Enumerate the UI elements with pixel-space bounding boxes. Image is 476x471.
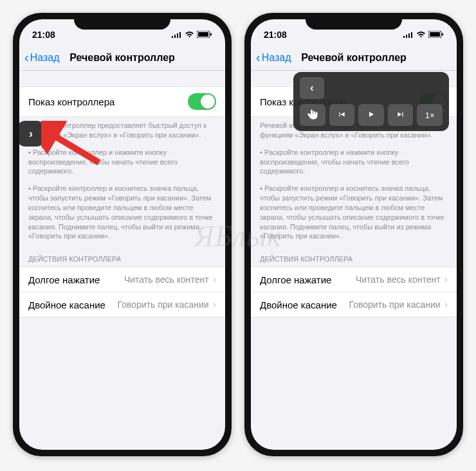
chevron-right-icon: › — [444, 274, 448, 285]
play-icon — [367, 110, 376, 121]
status-icons — [172, 30, 212, 40]
finger-button[interactable] — [300, 104, 325, 126]
chevron-right-icon: › — [213, 299, 216, 310]
svg-rect-2 — [177, 33, 178, 38]
skip-back-icon — [337, 110, 346, 121]
toggle-label: Показ контроллера — [28, 96, 114, 107]
nav-bar: ‹ Назад Речевой контроллер — [19, 45, 225, 71]
explain-text-3: • Раскройте контроллер и коснитесь значк… — [19, 180, 225, 245]
row-value: Говорить при касании — [118, 299, 209, 310]
toggle-row[interactable]: Показ контроллера — [19, 86, 225, 117]
phone-right: 21:08 ‹ Назад Речевой контроллер Показ к… — [244, 13, 463, 456]
explain-text-2: • Раскройте контроллер и нажмите кнопку … — [19, 144, 225, 181]
chevron-right-icon: › — [29, 127, 33, 141]
svg-rect-3 — [179, 32, 181, 38]
speech-controller-expanded[interactable]: ‹ — [293, 72, 449, 131]
row-label: Долгое нажатие — [28, 274, 100, 285]
row-double-tap[interactable]: Двойное касание Говорить при касании› — [251, 292, 457, 317]
svg-rect-8 — [403, 36, 405, 38]
chevron-left-icon: ‹ — [310, 82, 313, 94]
skip-forward-icon — [396, 110, 405, 121]
row-label: Долгое нажатие — [260, 274, 331, 285]
explain-text-1: Речевой контроллер предоставляет быстрый… — [19, 117, 225, 144]
row-label: Двойное касание — [28, 299, 105, 310]
row-long-press[interactable]: Долгое нажатие Читать весь контент› — [251, 267, 457, 292]
next-button[interactable] — [388, 104, 414, 126]
phone-left: 21:08 ‹ Назад Речевой контроллер Показ к… — [13, 13, 232, 456]
explain-text-3: • Раскройте контроллер и коснитесь значк… — [251, 180, 457, 245]
chevron-left-icon: ‹ — [256, 50, 261, 65]
notch — [306, 13, 402, 30]
battery-icon — [197, 30, 212, 40]
svg-rect-13 — [430, 32, 440, 37]
section-header: ДЕЙСТВИЯ КОНТРОЛЛЕРА — [19, 245, 225, 267]
rate-button[interactable]: 1× — [417, 104, 443, 126]
svg-rect-5 — [198, 32, 208, 37]
svg-rect-11 — [411, 32, 412, 38]
play-button[interactable] — [358, 104, 384, 126]
hand-point-icon — [307, 109, 318, 122]
back-label: Назад — [30, 52, 60, 64]
screen: 21:08 ‹ Назад Речевой контроллер Показ к… — [19, 19, 225, 450]
row-long-press[interactable]: Долгое нажатие Читать весь контент› — [19, 267, 225, 292]
rate-label: 1× — [425, 111, 435, 120]
row-value: Читать весь контент — [124, 274, 209, 285]
back-button[interactable]: ‹ Назад — [256, 50, 291, 65]
signal-icon — [172, 30, 182, 40]
svg-rect-9 — [406, 35, 407, 38]
status-icons — [403, 30, 444, 40]
row-value: Говорить при касании — [349, 299, 441, 310]
prev-button[interactable] — [329, 104, 355, 126]
collapse-button[interactable]: ‹ — [300, 77, 324, 99]
row-label: Двойное касание — [260, 299, 337, 310]
row-value: Читать весь контент — [356, 274, 441, 285]
row-double-tap[interactable]: Двойное касание Говорить при касании› — [19, 292, 225, 317]
wifi-icon — [185, 30, 194, 40]
status-time: 21:08 — [264, 30, 287, 40]
status-time: 21:08 — [32, 30, 55, 40]
signal-icon — [403, 30, 414, 40]
section-header: ДЕЙСТВИЯ КОНТРОЛЛЕРА — [251, 245, 457, 267]
svg-rect-14 — [442, 33, 443, 36]
notch — [74, 13, 170, 30]
back-button[interactable]: ‹ Назад — [24, 50, 60, 65]
svg-rect-0 — [172, 36, 173, 38]
nav-bar: ‹ Назад Речевой контроллер — [251, 45, 457, 71]
back-label: Назад — [262, 52, 291, 64]
chevron-right-icon: › — [213, 274, 216, 285]
chevron-right-icon: › — [444, 299, 448, 310]
speech-controller-collapsed[interactable]: › — [19, 121, 44, 147]
svg-rect-10 — [408, 33, 410, 38]
wifi-icon — [416, 30, 426, 40]
toggle-switch[interactable] — [188, 93, 216, 110]
screen: 21:08 ‹ Назад Речевой контроллер Показ к… — [251, 19, 457, 450]
svg-rect-6 — [210, 33, 212, 36]
explain-text-2: • Раскройте контроллер и нажмите кнопку … — [251, 144, 457, 181]
chevron-left-icon: ‹ — [24, 50, 29, 65]
svg-rect-1 — [174, 35, 176, 38]
battery-icon — [428, 30, 444, 40]
